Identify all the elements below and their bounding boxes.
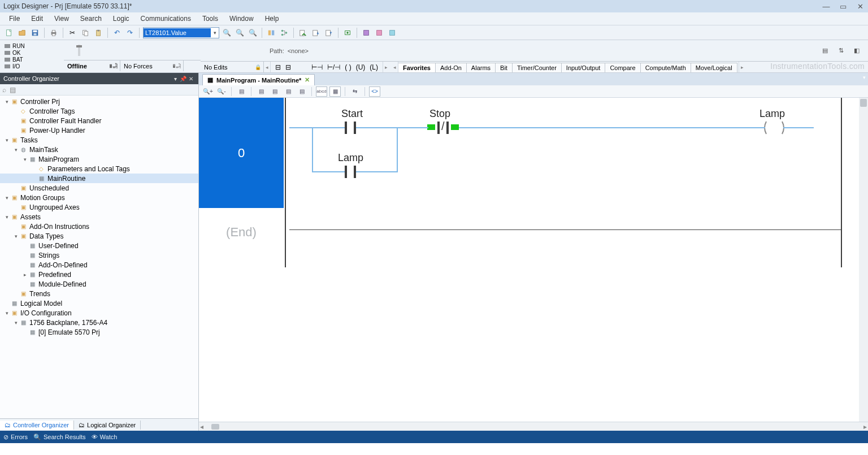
tree-item[interactable]: ▣Add-On Instructions [0,222,198,231]
toggle-icon[interactable] [266,27,277,38]
accept-edit-icon[interactable]: ▤ [255,86,267,97]
module3-icon[interactable] [387,27,398,38]
itab-io[interactable]: Input/Output [562,63,606,72]
tree-item[interactable]: ▾▣Motion Groups [0,193,198,202]
ladder-canvas[interactable]: 0 (End) Start Lamp [199,98,868,422]
find-icon[interactable]: 🔍 [221,27,232,38]
watch-tab[interactable]: 👁Watch [92,434,118,440]
editor-dropdown-icon[interactable]: ▾ [863,75,866,80]
tree-item[interactable]: ▣Ungrouped Axes [0,202,198,212]
itab-move[interactable]: Move/Logical [691,63,737,72]
edit-rung-icon[interactable]: ▤ [236,86,247,97]
otu-icon[interactable]: (U) [356,63,366,71]
tree-item[interactable]: ◇Parameters and Local Tags [0,164,198,174]
tree-icon[interactable] [279,27,290,38]
twist-icon[interactable]: ▾ [3,310,10,316]
paste-icon[interactable] [93,27,104,38]
organizer-tree[interactable]: ▾▣Controller Prj◇Controller Tags▣Control… [0,96,198,418]
dropdown-icon[interactable]: ▾ [171,76,179,82]
tab-scroll-right-icon[interactable]: ▸ [739,62,745,72]
menu-view[interactable]: View [50,14,73,24]
close-panel-icon[interactable]: ✕ [187,76,195,82]
tree-item[interactable]: ▣Unscheduled [0,183,198,193]
tree-item[interactable]: ▣Trends [0,289,198,298]
tree-item[interactable]: ▣Power-Up Handler [0,125,198,135]
module-icon[interactable] [361,27,372,38]
menu-window[interactable]: Window [225,14,258,24]
select-path-icon[interactable]: ◧ [851,45,862,57]
itab-addon[interactable]: Add-On [436,63,467,72]
maximize-button[interactable]: ▭ [839,2,848,11]
menu-logic[interactable]: Logic [108,14,134,24]
itab-alarms[interactable]: Alarms [467,63,496,72]
cancel-edit-icon[interactable]: ▤ [269,86,280,97]
tree-item[interactable]: ▾▦MainProgram [0,154,198,164]
close-button[interactable]: ✕ [856,2,865,11]
tree-item[interactable]: ▣Controller Fault Handler [0,116,198,125]
print-icon[interactable] [48,27,59,38]
who-active-icon[interactable]: ▤ [819,45,831,57]
twist-icon[interactable]: ▾ [3,195,10,201]
chevron-down-icon[interactable]: ▾ [211,30,219,36]
menu-search[interactable]: Search [76,14,106,24]
tree-item[interactable]: ▦Add-On-Defined [0,260,198,270]
scroll-left-icon[interactable]: ◂ [264,62,271,72]
tree-item[interactable]: ▾▣Tasks [0,135,198,145]
tree-item[interactable]: ▦Strings [0,250,198,260]
network-icon[interactable]: ⇅ [835,45,847,57]
itab-timer[interactable]: Timer/Counter [513,63,562,72]
tree-item[interactable]: ▾▣I/O Configuration [0,308,198,318]
rung-icon[interactable]: ⊟ [285,63,291,71]
errors-tab[interactable]: ⊘Errors [3,434,28,441]
twist-icon[interactable]: ▾ [12,147,19,153]
edits-status[interactable]: No Edits🔒 [201,62,264,72]
pin-icon[interactable]: 📌 [179,76,187,82]
tree-item[interactable]: ▦MainRoutine [0,174,198,183]
scroll-right-icon[interactable]: ▸ [383,62,389,72]
upload-icon[interactable] [323,27,335,38]
tree-item[interactable]: ▦User-Defined [0,241,198,250]
horizontal-scrollbar[interactable]: ◂▸ [199,422,868,431]
editor-tab-mainroutine[interactable]: ▦ MainProgram - MainRoutine* ✕ [202,74,315,85]
twist-icon[interactable]: ▾ [3,99,10,105]
itab-compute[interactable]: Compute/Math [641,63,691,72]
organizer-tool-icon[interactable]: ⌕ [2,86,6,94]
link-icon[interactable]: ⇆ [349,86,361,97]
zoom-out-icon[interactable]: 🔍- [216,86,227,97]
ote-icon[interactable]: ( ) [345,63,351,71]
lamp-branch-label[interactable]: Lamp [338,152,363,164]
stop-tag-label[interactable]: Stop [429,108,450,120]
menu-edit[interactable]: Edit [27,14,47,24]
search-results-tab[interactable]: 🔍Search Results [33,434,86,441]
menu-file[interactable]: File [5,14,24,24]
verify-icon[interactable] [297,27,309,38]
forces-status[interactable]: No Forces�ힷ [120,60,184,71]
tree-item[interactable]: ▾▣Assets [0,212,198,222]
tab-logical-organizer[interactable]: 🗂Logical Organizer [74,421,141,430]
twist-icon[interactable]: ▸ [21,272,28,278]
tree-item[interactable]: ▦Module-Defined [0,279,198,289]
abcd-icon[interactable]: abcd [316,86,327,97]
start-tag-label[interactable]: Start [341,108,363,120]
assemble-icon[interactable]: ▤ [296,86,307,97]
vertical-scrollbar[interactable] [859,98,868,422]
module2-icon[interactable] [374,27,385,38]
close-tab-icon[interactable]: ✕ [305,76,310,84]
menu-help[interactable]: Help [261,14,284,24]
controller-mode[interactable]: Offline�ힷ [64,60,120,71]
twist-icon[interactable]: ▾ [12,233,19,239]
copy-icon[interactable] [80,27,91,38]
twist-icon[interactable]: ▾ [3,214,10,220]
tag-combo[interactable]: LT28101.Value ▾ [143,27,219,38]
tree-item[interactable]: ▾▦1756 Backplane, 1756-A4 [0,318,198,327]
itab-favorites[interactable]: Favorites [398,63,436,72]
branch-icon[interactable]: ⊟ [275,63,281,71]
rung-number[interactable]: 0 [199,98,284,208]
twist-icon[interactable]: ▾ [12,320,19,326]
twist-icon[interactable]: ▾ [3,137,10,143]
minimize-button[interactable]: — [822,2,831,11]
find-next-icon[interactable]: 🔍 [234,27,245,38]
brackets-icon[interactable]: <> [369,86,380,97]
view-icon[interactable]: ▦ [329,86,341,97]
tree-item[interactable]: ▾▣Data Types [0,231,198,241]
